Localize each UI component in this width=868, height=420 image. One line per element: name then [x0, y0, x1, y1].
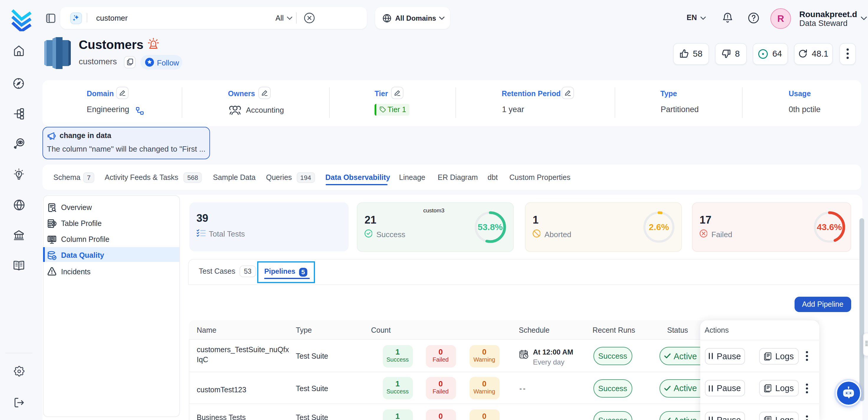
svg-text:43.6%: 43.6%: [816, 222, 841, 232]
svg-text:53.8%: 53.8%: [477, 222, 503, 232]
svg-text:2.6%: 2.6%: [649, 222, 669, 232]
